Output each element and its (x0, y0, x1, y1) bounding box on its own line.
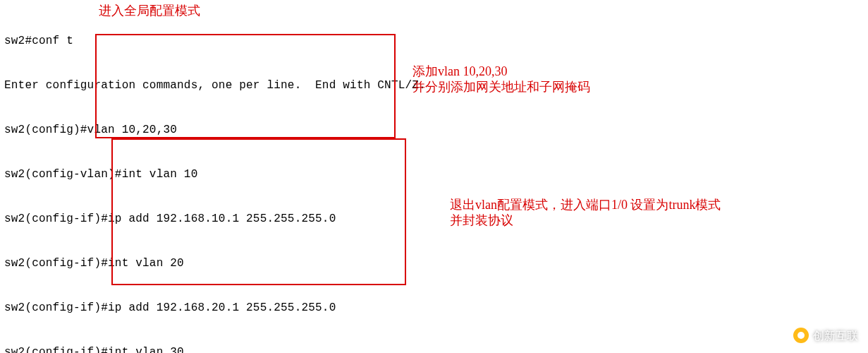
watermark-text: 创新互联 (813, 328, 858, 343)
highlight-box-trunk-config (111, 138, 406, 285)
highlight-box-vlan-config (95, 34, 396, 138)
terminal-line: sw2(config-if)#ip add 192.168.20.1 255.2… (4, 301, 864, 316)
annotation-global-config: 进入全局配置模式 (99, 3, 200, 18)
watermark-logo-icon (793, 328, 809, 343)
watermark: 创新互联 (793, 328, 858, 343)
annotation-vlan-config: 添加vlan 10,20,30 并分别添加网关地址和子网掩码 (412, 64, 590, 95)
annotation-trunk-config: 退出vlan配置模式，进入端口1/0 设置为trunk模式 并封装协议 (450, 197, 721, 228)
terminal-line: sw2(config-if)#int vlan 30 (4, 345, 864, 353)
